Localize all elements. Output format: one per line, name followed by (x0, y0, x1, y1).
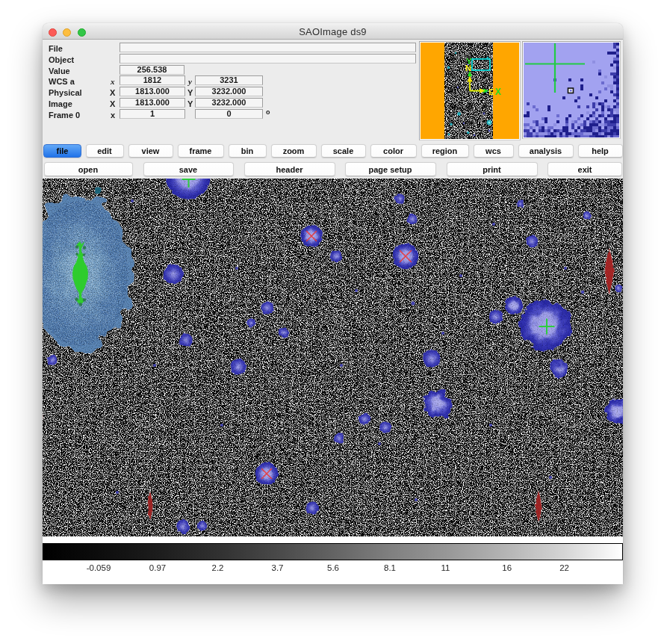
svg-text:Y: Y (466, 57, 472, 66)
svg-text:X: X (495, 87, 501, 97)
svg-text:E: E (488, 87, 494, 96)
